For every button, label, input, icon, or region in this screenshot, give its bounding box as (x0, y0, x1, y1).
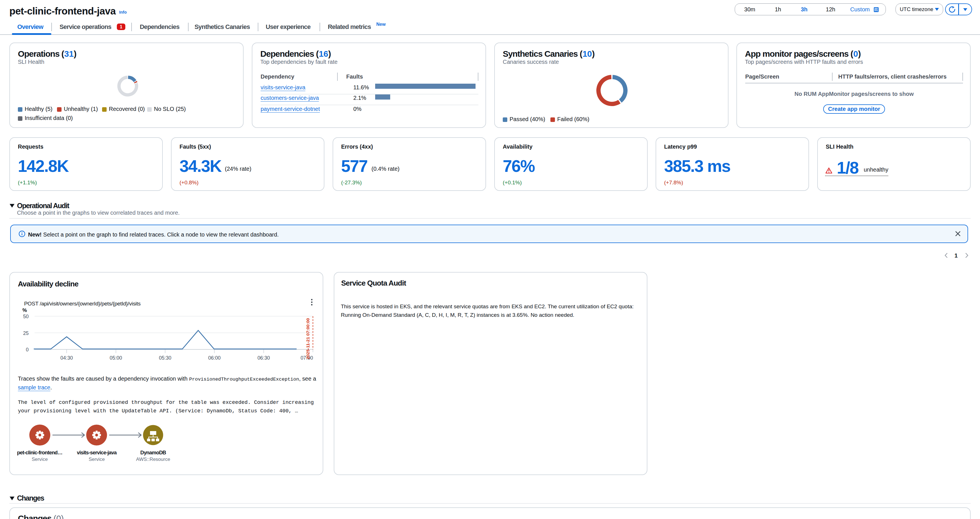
svg-text:50: 50 (23, 314, 29, 319)
svg-text:0: 0 (26, 347, 29, 352)
svg-text:06:00: 06:00 (208, 355, 221, 361)
svg-text:%: % (22, 307, 27, 313)
svg-text:05:00: 05:00 (110, 355, 122, 361)
svg-text:05:30: 05:30 (159, 355, 172, 361)
svg-text:06:30: 06:30 (258, 355, 270, 361)
svg-text:2025-11-21 07:00:00: 2025-11-21 07:00:00 (305, 318, 310, 359)
svg-text:04:30: 04:30 (60, 355, 73, 361)
svg-text:25: 25 (23, 330, 29, 336)
